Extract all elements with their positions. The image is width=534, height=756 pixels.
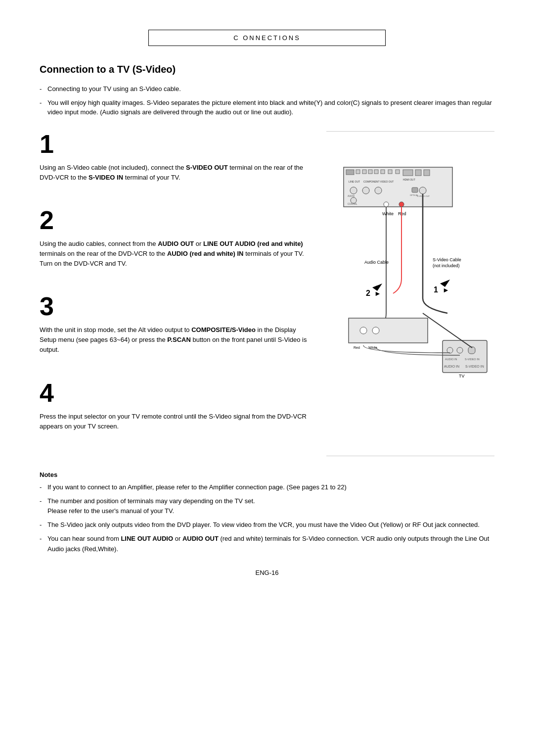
svg-rect-5 — [374, 170, 378, 174]
svg-point-28 — [399, 202, 404, 207]
svg-text:Red: Red — [354, 346, 360, 349]
svg-text:OPTICAL: OPTICAL — [410, 194, 419, 196]
step-4-number: 4 — [40, 380, 312, 406]
step-4-text: Press the input selector on your TV remo… — [40, 412, 312, 431]
svg-text:S-VIDEO IN: S-VIDEO IN — [465, 358, 480, 361]
note-1: If you want to connect to an Amplifier, … — [40, 482, 494, 492]
svg-rect-4 — [368, 170, 372, 174]
svg-rect-9 — [403, 170, 413, 176]
svg-rect-23 — [412, 188, 418, 192]
svg-point-44 — [457, 347, 463, 353]
svg-text:LINE OUT: LINE OUT — [349, 180, 360, 183]
svg-text:Red: Red — [398, 211, 406, 216]
svg-point-15 — [350, 187, 357, 194]
notes-section: Notes If you want to connect to an Ampli… — [40, 471, 494, 554]
intro-item-1: Connecting to your TV using an S-Video c… — [40, 84, 494, 94]
svg-text:White: White — [382, 211, 394, 216]
diagram-column: LINE OUT COMPONENT VIDEO OUT HDMI OUT AU… — [326, 131, 494, 456]
svg-text:S-VIDEO OUT: S-VIDEO OUT — [417, 195, 430, 197]
svg-text:►: ► — [374, 289, 381, 297]
svg-rect-3 — [362, 170, 366, 174]
note-2: The number and position of terminals may… — [40, 496, 494, 516]
step-2-text: Using the audio cables, connect from the… — [40, 239, 312, 269]
svg-text:Audio Cable: Audio Cable — [364, 260, 389, 265]
svg-text:AUDIO IN: AUDIO IN — [444, 365, 459, 368]
svg-rect-2 — [356, 170, 360, 174]
note-3: The S-Video jack only outputs video from… — [40, 520, 494, 530]
notes-list: If you want to connect to an Amplifier, … — [40, 482, 494, 554]
svg-text:COMPONENT VIDEO OUT: COMPONENT VIDEO OUT — [363, 180, 394, 183]
svg-rect-8 — [396, 170, 400, 174]
svg-point-49 — [360, 327, 367, 334]
step-1: 1 Using an S-Video cable (not included),… — [40, 131, 312, 192]
step-3: 3 With the unit in stop mode, set the Al… — [40, 293, 312, 365]
svg-rect-11 — [424, 170, 430, 176]
svg-text:TV: TV — [459, 374, 465, 378]
connection-diagram: LINE OUT COMPONENT VIDEO OUT HDMI OUT AU… — [339, 165, 492, 422]
svg-text:1: 1 — [434, 285, 438, 294]
svg-point-21 — [419, 187, 426, 194]
svg-point-17 — [375, 187, 382, 194]
svg-rect-10 — [415, 170, 421, 176]
svg-text:2: 2 — [366, 289, 370, 297]
notes-title: Notes — [40, 471, 494, 478]
page-title: C ONNECTIONS — [233, 34, 301, 42]
svg-text:HDMI OUT: HDMI OUT — [403, 178, 415, 181]
svg-point-16 — [362, 187, 369, 194]
svg-text:►: ► — [443, 286, 449, 294]
svg-text:COAXIAL: COAXIAL — [348, 203, 357, 205]
svg-text:S-Video Cable: S-Video Cable — [433, 257, 461, 262]
step-4: 4 Press the input selector on your TV re… — [40, 380, 312, 441]
svg-text:(not included): (not included) — [433, 263, 460, 268]
step-2-number: 2 — [40, 207, 312, 233]
svg-point-43 — [447, 347, 453, 353]
steps-column: 1 Using an S-Video cable (not included),… — [40, 131, 326, 456]
page: C ONNECTIONS Connection to a TV (S-Video… — [0, 0, 534, 756]
svg-rect-1 — [346, 170, 354, 175]
step-3-text: With the unit in stop mode, set the Alt … — [40, 325, 312, 355]
intro-list: Connecting to your TV using an S-Video c… — [40, 84, 494, 117]
svg-text:S-VIDEO IN: S-VIDEO IN — [465, 365, 484, 368]
svg-text:AUDIO IN: AUDIO IN — [445, 358, 457, 361]
svg-rect-7 — [388, 170, 392, 174]
header-box: C ONNECTIONS — [148, 30, 386, 46]
page-number: ENG-16 — [40, 569, 494, 576]
step-2: 2 Using the audio cables, connect from t… — [40, 207, 312, 279]
step-3-number: 3 — [40, 293, 312, 319]
note-4: You can hear sound from LINE OUT AUDIO o… — [40, 534, 494, 554]
section-title: Connection to a TV (S-Video) — [40, 64, 494, 75]
main-content: 1 Using an S-Video cable (not included),… — [40, 131, 494, 456]
intro-item-2: You will enjoy high quality images. S-Vi… — [40, 98, 494, 117]
step-1-text: Using an S-Video cable (not included), c… — [40, 163, 312, 183]
step-1-number: 1 — [40, 131, 312, 157]
svg-rect-6 — [381, 170, 385, 174]
svg-point-50 — [372, 327, 379, 334]
svg-point-27 — [384, 202, 389, 207]
svg-text:AUDIO: AUDIO — [348, 195, 355, 197]
